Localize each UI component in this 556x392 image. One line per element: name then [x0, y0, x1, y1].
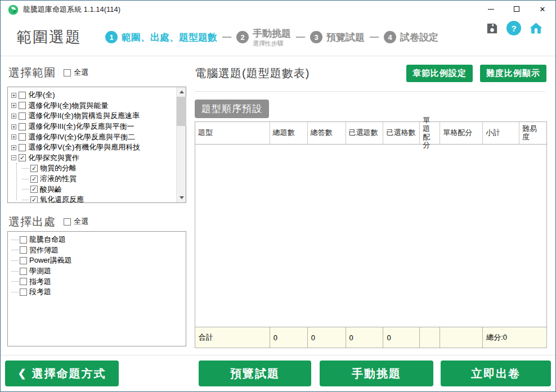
tree-item-label: 氧化還原反應: [40, 195, 84, 202]
expand-plus-icon[interactable]: +: [11, 114, 16, 119]
scroll-down-icon[interactable]: [177, 193, 186, 202]
range-select-all[interactable]: 全選: [64, 67, 88, 78]
list-item-label: 學測題: [29, 266, 51, 276]
tree-checkbox[interactable]: [19, 123, 26, 130]
source-section-title: 選擇出處: [8, 214, 56, 229]
tree-item[interactable]: +選修化學I(全)物質與能量: [11, 101, 186, 111]
help-glyph: ?: [511, 24, 516, 33]
source-list: 龍騰自命題 習作簿題 Power講義題 學測題 指考題 段考題: [8, 232, 186, 346]
step-3-circle: 3: [310, 31, 322, 43]
back-to-method-button[interactable]: ❮ 選擇命題方式: [5, 361, 119, 386]
tree-item[interactable]: 溶液的性質: [22, 174, 186, 184]
table-body-empty: [195, 145, 546, 327]
tree-checkbox[interactable]: [19, 102, 26, 109]
tree-item[interactable]: +選修化學II(全)物質構造與反應速率: [11, 111, 186, 121]
list-item[interactable]: 學測題: [11, 266, 186, 277]
question-type-order-preset-button[interactable]: 題型順序預設: [195, 100, 269, 118]
chapter-ratio-button[interactable]: 章節比例設定: [406, 65, 473, 82]
step-2-circle: 2: [236, 31, 249, 43]
minimize-button[interactable]: [478, 1, 504, 17]
list-item[interactable]: 指考題: [11, 276, 186, 287]
tree-item-label: 酸與鹼: [40, 184, 62, 195]
panel-divider: [195, 91, 545, 92]
tree-checkbox[interactable]: [19, 112, 26, 120]
range-select-all-checkbox[interactable]: [64, 69, 71, 76]
table-header-row: 題型 總題數 總答數 已選題數 已選格數 單題配分 單格配分 小計 難易度: [195, 122, 546, 145]
tree-item-label: 選修化學I(全)物質與能量: [28, 101, 108, 111]
expand-plus-icon[interactable]: +: [11, 103, 16, 108]
source-section-header: 選擇出處 全選: [8, 214, 88, 229]
list-checkbox[interactable]: [20, 289, 27, 296]
tree-checkbox[interactable]: [19, 92, 26, 99]
tree-guide-line: [16, 163, 17, 200]
tree-checkbox[interactable]: [19, 133, 26, 141]
app-logo-icon: [8, 4, 19, 15]
close-icon: ✕: [540, 6, 546, 13]
tree-item[interactable]: +選修化學IV(全)化學反應與平衡二: [11, 132, 186, 142]
list-checkbox[interactable]: [20, 257, 27, 264]
step-1: 1 範圍、出處、題型題數: [105, 31, 217, 44]
tree-item-label: 物質的分離: [40, 163, 77, 173]
footer-total-answers: 0: [308, 327, 346, 348]
expand-plus-icon[interactable]: +: [11, 93, 16, 98]
expand-plus-icon[interactable]: +: [11, 145, 16, 150]
column-header: 單題配分: [420, 122, 440, 144]
source-select-all-checkbox[interactable]: [64, 218, 71, 226]
tree-checkbox[interactable]: [30, 196, 38, 202]
list-checkbox[interactable]: [20, 236, 27, 244]
tree-item[interactable]: 物質的分離: [22, 163, 186, 174]
tree-item[interactable]: +選修化學V(全)有機化學與應用科技: [11, 142, 186, 153]
step-2-sublabel: 選擇性步驟: [253, 40, 291, 47]
computer-selection-header: 電腦選題(題型題數表) 章節比例設定 難度比例顯示: [195, 64, 546, 86]
tree-item[interactable]: 氧化還原反應: [22, 195, 186, 202]
list-item[interactable]: 習作簿題: [11, 245, 186, 256]
scroll-up-icon[interactable]: [177, 87, 186, 97]
close-button[interactable]: ✕: [530, 1, 555, 17]
tree-item-label: 選修化學II(全)物質構造與反應速率: [28, 111, 140, 121]
source-select-all[interactable]: 全選: [64, 217, 88, 227]
list-checkbox[interactable]: [20, 246, 27, 254]
expand-plus-icon[interactable]: +: [11, 124, 16, 129]
step-3-label: 預覽試題: [326, 31, 365, 44]
tree-checkbox[interactable]: [19, 144, 26, 151]
list-connector: [11, 240, 19, 240]
tree-item-label: 選修化學III(全)化學反應與平衡一: [28, 121, 134, 132]
tree-connector: [22, 179, 29, 179]
manual-pick-button[interactable]: 手動挑題: [320, 361, 433, 386]
tree-checkbox[interactable]: [30, 175, 38, 183]
resize-grip[interactable]: ⋰: [549, 385, 554, 390]
preview-questions-button[interactable]: 預覽試題: [199, 361, 311, 386]
tree-item[interactable]: +選修化學III(全)化學反應與平衡一: [11, 121, 186, 132]
source-select-all-label: 全選: [74, 217, 88, 227]
home-icon[interactable]: [529, 21, 543, 35]
tree-checkbox[interactable]: [30, 165, 38, 172]
app-header: 範圍選題 1 範圍、出處、題型題數 — 2 手動挑題 選擇性步驟 — 3 預覽試…: [1, 19, 555, 56]
expand-minus-icon[interactable]: −: [11, 155, 16, 160]
tree-item[interactable]: −化學探究與實作: [11, 153, 186, 164]
list-item[interactable]: 龍騰自命題: [11, 235, 186, 245]
list-item[interactable]: Power講義題: [11, 255, 186, 266]
list-checkbox[interactable]: [20, 268, 27, 275]
list-item[interactable]: 段考題: [11, 287, 186, 298]
difficulty-ratio-button[interactable]: 難度比例顯示: [480, 65, 546, 82]
chevron-left-icon: ❮: [17, 367, 27, 380]
tree-item[interactable]: 酸與鹼: [22, 184, 186, 195]
tree-checkbox[interactable]: [30, 186, 38, 193]
list-checkbox[interactable]: [20, 278, 27, 285]
save-icon[interactable]: [486, 22, 499, 35]
step-dash: —: [296, 32, 305, 42]
step-1-label: 範圍、出處、題型題數: [122, 31, 217, 44]
generate-exam-button[interactable]: 立即出卷: [441, 361, 551, 386]
scrollbar-thumb[interactable]: [177, 97, 186, 126]
expand-plus-icon[interactable]: +: [11, 134, 16, 139]
help-icon[interactable]: ?: [506, 21, 521, 35]
tree-scrollbar[interactable]: [176, 87, 186, 202]
page-title: 範圍選題: [16, 27, 82, 47]
footer-per-cell-score: [440, 327, 483, 348]
tree-item-label: 化學(全): [28, 90, 55, 100]
tree-checkbox[interactable]: [19, 154, 26, 161]
tree-item[interactable]: +化學(全): [11, 90, 186, 101]
maximize-button[interactable]: [504, 1, 530, 17]
computer-selection-title: 電腦選題(題型題數表): [195, 66, 310, 81]
tree-item-label: 化學探究與實作: [28, 153, 79, 163]
